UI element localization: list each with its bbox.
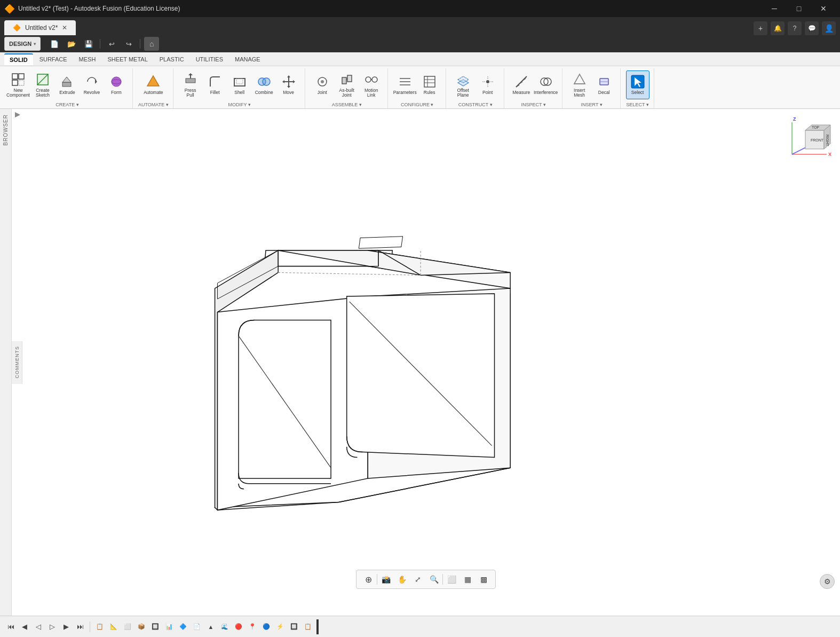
tab-close-button[interactable]: ✕ <box>62 24 67 32</box>
nav-prev-button[interactable]: ◀ <box>18 620 31 633</box>
form-label: Form <box>111 90 122 95</box>
close-button[interactable]: ✕ <box>811 0 836 17</box>
press-pull-button[interactable]: PressPull <box>179 70 202 99</box>
interference-label: Interference <box>534 90 558 95</box>
svg-rect-28 <box>347 75 352 82</box>
new-component-button[interactable]: NewComponent <box>6 70 30 99</box>
parameters-button[interactable]: Parameters <box>393 70 417 99</box>
tab-plastic[interactable]: PLASTIC <box>154 54 189 65</box>
rules-button[interactable]: Rules <box>418 70 441 99</box>
asbuilt-joint-button[interactable]: As-builtJoint <box>335 70 359 99</box>
undo-button[interactable]: ↩ <box>104 37 119 51</box>
point-button[interactable]: Point <box>476 70 500 99</box>
bottom-icon-16[interactable]: 📋 <box>302 620 314 633</box>
design-dropdown-arrow: ▾ <box>34 42 36 46</box>
viewcube[interactable]: X Z RIGHT FRONT TOP <box>787 114 835 162</box>
bottom-icon-14[interactable]: ⚡ <box>274 620 287 633</box>
bottom-icon-9[interactable]: ▲ <box>204 620 217 633</box>
feedback-button[interactable]: 💬 <box>805 21 819 35</box>
combine-button[interactable]: Combine <box>252 70 276 99</box>
decal-button[interactable]: Decal <box>592 70 616 99</box>
viewport[interactable]: X Z RIGHT FRONT TOP <box>12 109 840 616</box>
interference-icon <box>538 74 553 89</box>
bottom-icon-13[interactable]: 🔵 <box>260 620 273 633</box>
zoom-button[interactable]: 🔍 <box>426 572 441 587</box>
automate-button[interactable]: Automate <box>141 70 165 99</box>
display-settings-button[interactable]: ⬜ <box>444 572 459 587</box>
measure-button[interactable]: Measure <box>510 70 533 99</box>
maximize-button[interactable]: □ <box>787 0 811 17</box>
notifications-button[interactable]: 🔔 <box>771 21 784 35</box>
new-tab-button[interactable]: + <box>754 21 767 35</box>
nav-play-button[interactable]: ▷ <box>46 620 59 633</box>
pan-button[interactable]: ✋ <box>394 572 409 587</box>
minimize-button[interactable]: ─ <box>762 0 787 17</box>
fillet-button[interactable]: Fillet <box>203 70 227 99</box>
bottom-icon-15[interactable]: 🔲 <box>288 620 300 633</box>
assemble-tools: Joint As-builtJoint MotionLink <box>311 68 383 101</box>
shell-button[interactable]: Shell <box>228 70 251 99</box>
tab-icon: 🔶 <box>13 24 21 32</box>
offset-plane-button[interactable]: OffsetPlane <box>451 70 475 99</box>
create-sketch-button[interactable]: CreateSketch <box>31 70 54 99</box>
zoom-fit-button[interactable]: ⤢ <box>410 572 425 587</box>
tab-manage[interactable]: MANAGE <box>229 54 266 65</box>
comments-sidebar-tab[interactable]: COMMENTS <box>12 341 22 384</box>
bottom-icon-12[interactable]: 📍 <box>246 620 259 633</box>
tab-solid[interactable]: SOLID <box>4 53 33 65</box>
revolve-button[interactable]: Revolve <box>80 70 104 99</box>
motion-link-button[interactable]: MotionLink <box>360 70 383 99</box>
nav-last-button[interactable]: ⏭ <box>74 620 86 633</box>
account-button[interactable]: 👤 <box>822 21 836 35</box>
joint-button[interactable]: Joint <box>311 70 334 99</box>
create-sketch-icon <box>35 72 50 87</box>
bottom-icon-1[interactable]: 📋 <box>93 620 106 633</box>
interference-button[interactable]: Interference <box>534 70 558 99</box>
settings-button[interactable]: ⚙ <box>820 574 835 589</box>
home-button[interactable]: ⌂ <box>144 37 159 51</box>
svg-rect-3 <box>19 80 24 85</box>
nav-first-button[interactable]: ⏮ <box>4 620 17 633</box>
tab-mesh[interactable]: MESH <box>74 54 101 65</box>
bottom-icon-6[interactable]: 📊 <box>163 620 176 633</box>
new-button[interactable]: 📄 <box>47 37 62 51</box>
browser-label[interactable]: BROWSER <box>1 109 11 151</box>
insert-mesh-label: InsertMesh <box>574 88 585 98</box>
bottom-icon-2[interactable]: 📐 <box>107 620 120 633</box>
automate-icon <box>146 74 161 89</box>
bottom-icon-7[interactable]: 🔷 <box>177 620 189 633</box>
capture-image-button[interactable]: 📸 <box>378 572 393 587</box>
form-button[interactable]: Form <box>105 70 128 99</box>
bottom-icon-11[interactable]: 🔴 <box>232 620 245 633</box>
nav-next-button[interactable]: ▶ <box>60 620 73 633</box>
insert-mesh-button[interactable]: InsertMesh <box>568 70 591 99</box>
select-button[interactable]: Select <box>626 70 649 99</box>
svg-rect-0 <box>12 74 18 79</box>
bottom-icon-3[interactable]: ⬜ <box>121 620 134 633</box>
nav-play-back-button[interactable]: ◁ <box>32 620 45 633</box>
press-pull-label: PressPull <box>185 88 196 98</box>
design-dropdown[interactable]: DESIGN ▾ <box>4 37 41 51</box>
tab-label: Untitled v2* <box>25 24 58 32</box>
svg-point-30 <box>366 77 371 82</box>
tab-utilities[interactable]: UTILITIES <box>191 54 228 65</box>
timeline-marker[interactable] <box>316 619 319 634</box>
bottom-icon-8[interactable]: 📄 <box>191 620 203 633</box>
move-button[interactable]: Move <box>277 70 300 99</box>
save-button[interactable]: 💾 <box>81 37 96 51</box>
file-tab-untitled[interactable]: 🔶 Untitled v2* ✕ <box>4 20 76 35</box>
redo-button[interactable]: ↪ <box>121 37 136 51</box>
tab-sheet-metal[interactable]: SHEET METAL <box>102 54 153 65</box>
orbit-button[interactable]: ⊕ <box>361 572 376 587</box>
visual-style-button[interactable]: ▩ <box>476 572 491 587</box>
grid-button[interactable]: ▦ <box>460 572 475 587</box>
open-button[interactable]: 📂 <box>64 37 79 51</box>
help-button[interactable]: ? <box>788 21 802 35</box>
bottom-icon-4[interactable]: 📦 <box>135 620 148 633</box>
bottom-icon-5[interactable]: 🔲 <box>149 620 162 633</box>
bottom-icon-10[interactable]: 🌊 <box>218 620 231 633</box>
tab-surface[interactable]: SURFACE <box>34 54 73 65</box>
svg-text:X: X <box>828 152 831 157</box>
expand-browser-button[interactable] <box>12 109 23 122</box>
extrude-button[interactable]: Extrude <box>56 70 79 99</box>
